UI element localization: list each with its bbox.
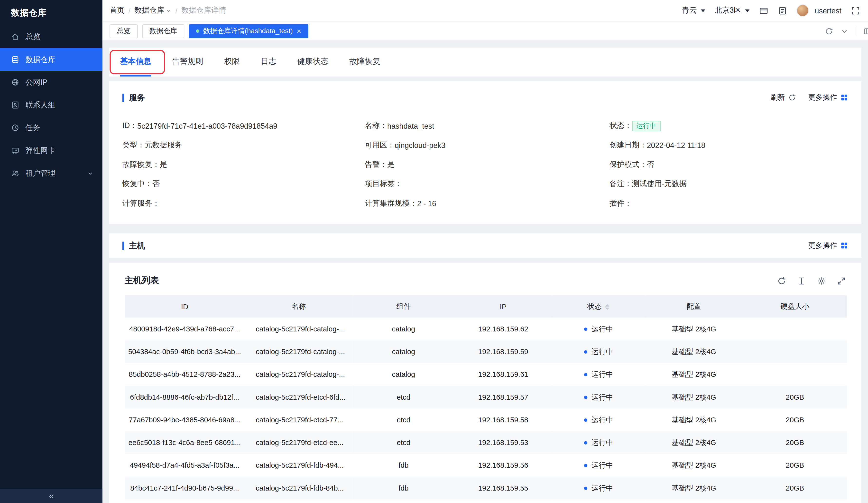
billing-icon[interactable] [759, 6, 768, 16]
more-actions-button[interactable]: 更多操作 [808, 93, 848, 103]
nic-icon [11, 146, 19, 154]
table-toolbar [777, 276, 846, 285]
cell-status: 运行中 [552, 363, 645, 386]
close-icon[interactable]: × [297, 27, 301, 35]
refresh-icon[interactable] [777, 276, 786, 285]
cell-config: 基础型 2核4G [645, 386, 743, 409]
col-id: ID [125, 295, 245, 318]
workspace-tab-data-warehouse[interactable]: 数据仓库 [142, 24, 184, 38]
tab-logs[interactable]: 日志 [261, 48, 276, 77]
sidebar-item-label: 总览 [25, 32, 40, 42]
breadcrumb-home[interactable]: 首页 [110, 6, 124, 16]
table-row[interactable]: 77a67b09-94be-4385-8046-69a8... catalog-… [125, 409, 847, 431]
col-name: 名称 [245, 295, 352, 318]
sidebar-item-data-warehouse[interactable]: 数据仓库 [0, 48, 103, 71]
more-actions-button[interactable]: 更多操作 [808, 241, 848, 251]
sidebar-item-public-ip[interactable]: 公网IP [0, 71, 103, 93]
col-ip: IP [454, 295, 552, 318]
fullscreen-icon[interactable] [851, 6, 860, 16]
tab-failure-recovery[interactable]: 故障恢复 [349, 48, 380, 77]
cell-config: 基础型 2核4G [645, 431, 743, 454]
cell-ip: 192.168.159.55 [454, 477, 552, 499]
table-row[interactable]: ee6c5018-f13c-4c6a-8ee5-68691... catalog… [125, 431, 847, 454]
field-failover: 故障恢复：是 [122, 159, 365, 170]
table-row[interactable]: 6fd8db14-8886-46fc-ab7b-db12f... catalog… [125, 386, 847, 409]
cell-disk [743, 340, 847, 363]
sidebar-item-tenant-management[interactable]: 租户管理 [0, 162, 103, 184]
sidebar-item-contact-groups[interactable]: 联系人组 [0, 93, 103, 116]
cell-name: catalog-5c2179fd-fdb-84b... [245, 477, 352, 499]
app-window: 数据仓库 总览 数据仓库 公网IP 联系人组 任务 [0, 0, 868, 503]
gear-icon[interactable] [817, 276, 826, 285]
org-selector[interactable]: 青云 [682, 6, 705, 16]
sidebar-item-label: 公网IP [25, 77, 48, 87]
cell-id: 504384ac-0b59-4f6b-bcd3-3a4ab... [125, 340, 245, 363]
service-fields: ID：5c2179fd-71c7-41e1-a003-78a9d91854a9 … [122, 120, 848, 209]
cell-disk: 20GB [743, 431, 847, 454]
region-selector[interactable]: 北京3区 [715, 6, 750, 16]
table-row[interactable]: 49494f58-d7a4-4fd5-a3af-f05f3a... catalo… [125, 454, 847, 477]
sidebar-item-label: 任务 [25, 123, 40, 133]
cell-ip: 192.168.159.57 [454, 386, 552, 409]
caret-down-icon [745, 9, 750, 12]
detail-tab-strip: 基本信息 告警规则 权限 日志 健康状态 故障恢复 [109, 48, 861, 77]
sidebar-item-elastic-nic[interactable]: 弹性网卡 [0, 139, 103, 162]
cell-disk: 20GB [743, 477, 847, 499]
host-table-card: 主机列表 ID 名称 [109, 263, 861, 503]
cell-component: fdb [353, 454, 454, 477]
home-icon [11, 33, 19, 41]
ticket-icon[interactable] [778, 6, 787, 16]
expand-icon[interactable] [837, 276, 846, 285]
workspace-tab-detail[interactable]: 数据仓库详情(hashdata_test) × [189, 24, 308, 38]
table-row[interactable]: 84bc41c7-241f-4d90-b675-9d99... catalog-… [125, 477, 847, 499]
cell-ip: 192.168.159.58 [454, 409, 552, 431]
workspace-tab-detail-label: 数据仓库详情(hashdata_test) [203, 26, 293, 36]
field-recovering: 恢复中：否 [122, 178, 365, 189]
chevron-down-icon[interactable] [840, 27, 848, 35]
cell-ip: 192.168.159.62 [454, 318, 552, 340]
tab-permissions[interactable]: 权限 [224, 48, 240, 77]
cell-disk: 20GB [743, 454, 847, 477]
sidebar-collapse-button[interactable] [0, 489, 103, 503]
more-actions-label: 更多操作 [808, 93, 837, 103]
cell-id: 49494f58-d7a4-4fd5-a3af-f05f3a... [125, 454, 245, 477]
sort-icon[interactable] [605, 304, 610, 310]
cell-name: catalog-5c2179fd-etcd-77... [245, 409, 352, 431]
table-row[interactable]: 4800918d-42e9-439d-a768-acc7... catalog-… [125, 318, 847, 340]
tab-basic-info[interactable]: 基本信息 [120, 48, 151, 77]
breadcrumb-section[interactable]: 数据仓库 [134, 6, 171, 16]
breadcrumb-separator: / [175, 6, 177, 14]
workspace-tab-overview[interactable]: 总览 [110, 24, 138, 38]
field-project-tag: 项目标签： [365, 178, 610, 189]
cell-status: 运行中 [552, 409, 645, 431]
sidebar-menu: 总览 数据仓库 公网IP 联系人组 任务 弹性网卡 [0, 26, 103, 489]
tab-alert-rules[interactable]: 告警规则 [172, 48, 203, 77]
refresh-icon[interactable] [825, 27, 833, 35]
host-table: ID 名称 组件 IP 状态 配置 硬盘大小 4800918d-42e9-439… [125, 295, 847, 499]
cell-name: catalog-5c2179fd-fdb-494... [245, 454, 352, 477]
cell-name: catalog-5c2179fd-catalog-... [245, 318, 352, 340]
row-height-icon[interactable] [797, 276, 806, 285]
cell-name: catalog-5c2179fd-etcd-6fd... [245, 386, 352, 409]
users-icon [11, 169, 19, 178]
tab-health-status[interactable]: 健康状态 [297, 48, 328, 77]
cell-component: etcd [353, 409, 454, 431]
database-icon [11, 55, 19, 63]
panel-toggle-icon[interactable] [864, 27, 868, 35]
refresh-button[interactable]: 刷新 [771, 93, 796, 103]
caret-down-icon [701, 9, 705, 12]
table-row[interactable]: 85db0258-a4bb-4512-8788-2a23... catalog-… [125, 363, 847, 386]
status-dot [584, 486, 587, 490]
avatar[interactable] [797, 4, 809, 17]
col-disk: 硬盘大小 [743, 295, 847, 318]
service-title: 服务 [122, 93, 145, 102]
service-panel-header: 服务 刷新 更多操作 [122, 89, 848, 106]
field-status: 状态：运行中 [610, 120, 848, 131]
cell-id: 6fd8db14-8886-46fc-ab7b-db12f... [125, 386, 245, 409]
status-dot [584, 463, 587, 467]
table-row[interactable]: 504384ac-0b59-4f6b-bcd3-3a4ab... catalog… [125, 340, 847, 363]
sidebar-item-tasks[interactable]: 任务 [0, 117, 103, 139]
sidebar-item-overview[interactable]: 总览 [0, 26, 103, 48]
refresh-label: 刷新 [771, 93, 785, 103]
col-status[interactable]: 状态 [552, 295, 645, 318]
